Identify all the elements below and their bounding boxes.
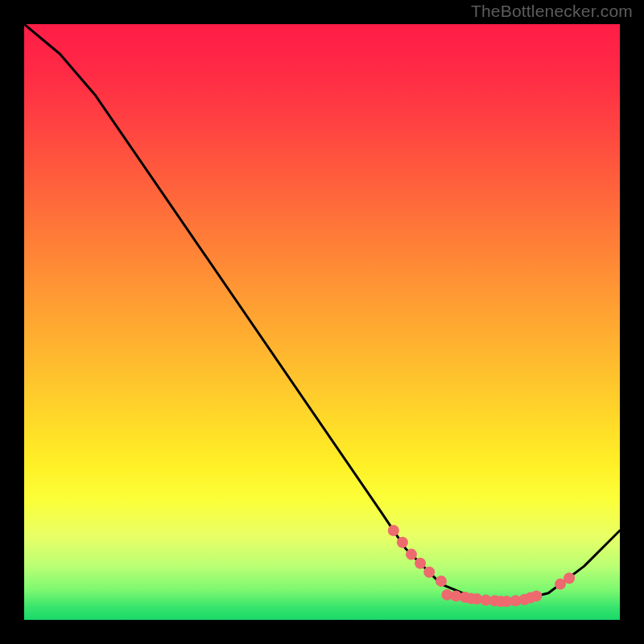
data-marker bbox=[564, 572, 575, 584]
data-marker bbox=[388, 525, 399, 536]
chart-svg bbox=[24, 24, 620, 620]
data-marker bbox=[423, 567, 435, 578]
data-marker bbox=[436, 576, 447, 587]
bottleneck-curve bbox=[24, 24, 620, 602]
data-marker bbox=[415, 558, 426, 569]
attribution-text: TheBottlenecker.com bbox=[471, 2, 633, 21]
data-marker bbox=[530, 590, 542, 601]
chart-plot-area bbox=[24, 24, 620, 620]
data-marker bbox=[406, 549, 417, 560]
data-markers bbox=[388, 525, 575, 607]
data-marker bbox=[397, 537, 408, 548]
